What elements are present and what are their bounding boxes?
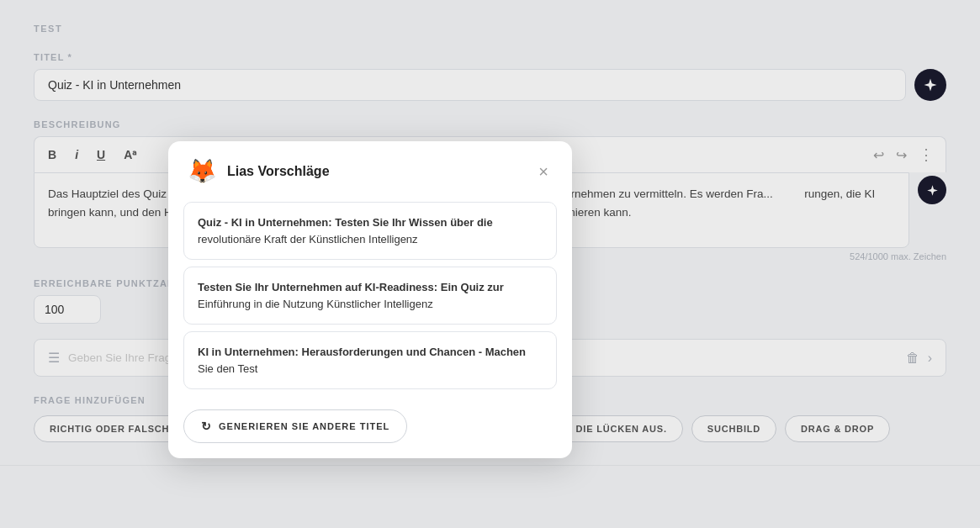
suggestions-modal: 🦊 Lias Vorschläge × Quiz - KI in Unterne… [168, 141, 572, 458]
suggestion-1-bold: Quiz - KI in Unternehmen: Testen Sie Ihr… [198, 216, 493, 229]
suggestion-3-rest: Sie den Test [198, 362, 257, 375]
suggestion-item-1[interactable]: Quiz - KI in Unternehmen: Testen Sie Ihr… [183, 202, 557, 260]
regenerate-icon: ↻ [201, 420, 212, 433]
suggestion-2-rest: Einführung in die Nutzung Künstlicher In… [198, 298, 433, 310]
regenerate-label: GENERIEREN SIE ANDERE TITEL [219, 421, 389, 431]
suggestion-3-bold: KI in Unternehmen: Herausforderungen und… [198, 346, 526, 358]
modal-close-button[interactable]: × [533, 161, 554, 183]
modal-header: 🦊 Lias Vorschläge × [168, 141, 572, 198]
regenerate-button[interactable]: ↻ GENERIEREN SIE ANDERE TITEL [183, 409, 407, 443]
modal-title: Lias Vorschläge [227, 164, 533, 179]
suggestion-1-rest: revolutionäre Kraft der Künstlichen Inte… [198, 233, 418, 246]
suggestion-item-2[interactable]: Testen Sie Ihr Unternehmen auf KI-Readin… [183, 267, 557, 325]
suggestion-2-bold: Testen Sie Ihr Unternehmen auf KI-Readin… [198, 281, 504, 293]
suggestion-item-3[interactable]: KI in Unternehmen: Herausforderungen und… [183, 331, 557, 389]
modal-avatar: 🦊 [187, 156, 217, 187]
modal-footer: ↻ GENERIEREN SIE ANDERE TITEL [168, 401, 572, 458]
modal-suggestions: Quiz - KI in Unternehmen: Testen Sie Ihr… [168, 198, 572, 401]
